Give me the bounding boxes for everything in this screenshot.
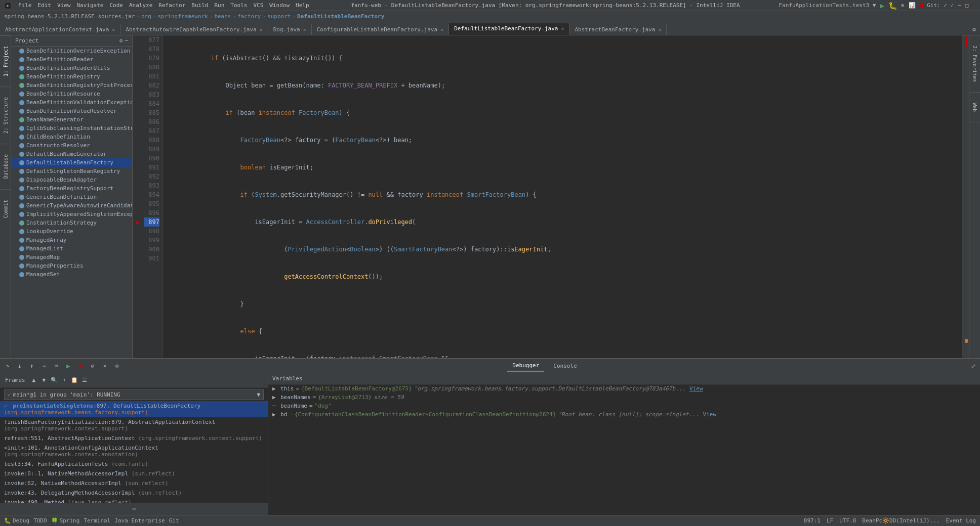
frame-item-1[interactable]: finishBeanFactoryInitialization:879, Abs…: [0, 417, 268, 433]
breadcrumb-support[interactable]: support: [267, 13, 291, 20]
frame-item-4[interactable]: test3:34, FanfuApplicationTests (com.fan…: [0, 459, 268, 469]
tree-item-bean-def-reader[interactable]: BeanDefinitionReader: [11, 55, 132, 64]
debug-settings[interactable]: ⚙: [111, 361, 123, 372]
frame-item-8[interactable]: invoke:498, Method (java.lang.reflect): [0, 498, 268, 503]
menu-edit[interactable]: Edit: [35, 1, 55, 10]
debug-step-over[interactable]: ↷: [2, 361, 13, 372]
debug-resume[interactable]: ▶: [63, 361, 74, 372]
menu-file[interactable]: File: [15, 1, 35, 10]
editor-scrollbar[interactable]: [962, 35, 969, 358]
spring-tab[interactable]: 🍀 Spring: [51, 517, 80, 524]
todo-tab[interactable]: TODO: [33, 517, 47, 524]
tree-item-constructor-resolver[interactable]: ConstructorResolver: [11, 141, 132, 150]
var-beannames[interactable]: ▶ beanNames = {ArrayList@2713} size = 59: [268, 393, 980, 402]
frame-item-6[interactable]: invoke:62, NativeMethodAccessorImpl (sun…: [0, 478, 268, 488]
favorites-tab[interactable]: 2: Favorites: [969, 35, 981, 93]
structure-tab[interactable]: 2: Structure: [0, 86, 11, 144]
java-enterprise-tab[interactable]: Java Enterprise: [114, 517, 165, 524]
web-tab[interactable]: Web: [969, 93, 981, 122]
frame-item-2[interactable]: refresh:551, AbstractApplicationContext …: [0, 433, 268, 443]
var-beanname[interactable]: ─ beanName = "dog": [268, 402, 980, 410]
tree-item-bean-def-registry-pp[interactable]: BeanDefinitionRegistryPostProcessor: [11, 81, 132, 90]
tab-abstract-autowire[interactable]: AbstractAutowireCapableBeanFactory.java …: [120, 24, 268, 35]
tree-item-default-listable[interactable]: DefaultListableBeanFactory: [11, 158, 132, 167]
debug-expand-icon[interactable]: ⤢: [971, 363, 976, 370]
menu-bar[interactable]: File Edit View Navigate Code Analyze Ref…: [15, 1, 312, 10]
menu-code[interactable]: Code: [106, 1, 126, 10]
tree-item-managed-array[interactable]: ManagedArray: [11, 236, 132, 244]
debug-eval[interactable]: ⌨: [51, 361, 62, 372]
tab-abstract-bean-factory[interactable]: AbstractBeanFactory.java ✕: [569, 24, 667, 35]
tab-dog[interactable]: Dog.java ✕: [268, 24, 312, 35]
tree-item-managed-list[interactable]: ManagedList: [11, 244, 132, 253]
frames-settings-btn[interactable]: ☰: [80, 376, 89, 385]
var-expand-beanname[interactable]: ─: [272, 403, 278, 409]
database-tab[interactable]: Database: [0, 144, 11, 189]
sidebar-minimize-icon[interactable]: ─: [125, 37, 128, 44]
terminal-tab[interactable]: Terminal: [84, 517, 110, 524]
git-indicator[interactable]: Git: ✓ ✓: [927, 2, 954, 9]
commit-tab[interactable]: Commit: [0, 189, 11, 228]
var-expand-bd[interactable]: ▶: [272, 411, 278, 418]
sidebar-gear-icon[interactable]: ⚙: [119, 37, 123, 44]
code-content[interactable]: if (isAbstract() && !isLazyInit()) { Obj…: [163, 35, 962, 358]
var-view-bd[interactable]: View: [703, 411, 717, 418]
debug-clear[interactable]: ✕: [99, 361, 110, 372]
breadcrumb-factory[interactable]: factory: [237, 13, 261, 20]
indent-info[interactable]: BeanPc🔆DD(IntelliJ)...: [862, 517, 940, 524]
git-status-tab[interactable]: Git: [169, 517, 179, 524]
tree-item-lookup[interactable]: LookupOverride: [11, 227, 132, 236]
var-expand-this[interactable]: ▶: [272, 385, 278, 392]
close-btn[interactable]: ✕: [972, 2, 976, 9]
var-expand-beannames[interactable]: ▶: [272, 394, 278, 401]
debug-mute-bp[interactable]: ⊘: [87, 361, 98, 372]
tree-item-bean-name-gen[interactable]: BeanNameGenerator: [11, 115, 132, 124]
code-editor[interactable]: ● 877878879880881882 883884885886887888 …: [133, 35, 969, 358]
debugger-tab[interactable]: Debugger: [507, 360, 544, 372]
menu-build[interactable]: Build: [188, 1, 211, 10]
debug-step-out[interactable]: ↑: [26, 361, 37, 372]
coverage-btn[interactable]: ⊕: [901, 2, 905, 9]
breadcrumb-org[interactable]: org: [141, 13, 151, 20]
menu-refactor[interactable]: Refactor: [155, 1, 188, 10]
menu-vcs[interactable]: VCS: [250, 1, 266, 10]
project-tab[interactable]: 1: Project: [0, 35, 11, 86]
menu-tools[interactable]: Tools: [227, 1, 250, 10]
minimize-btn[interactable]: ─: [958, 2, 961, 9]
debug-btn-title[interactable]: 🐛: [888, 2, 897, 10]
thread-selector[interactable]: ✓ main*@1 in group 'main': RUNNING ▼: [4, 389, 264, 400]
frames-down-btn[interactable]: ▼: [39, 376, 49, 385]
tree-item-bean-def-reader-utils[interactable]: BeanDefinitionReaderUtils: [11, 64, 132, 72]
frame-item-3[interactable]: <init>:101, AnnotationConfigApplicationC…: [0, 443, 268, 459]
maximize-btn[interactable]: □: [965, 2, 969, 9]
breadcrumb-springframework[interactable]: springframework: [157, 13, 208, 20]
frames-scroll-area[interactable]: ∞: [0, 503, 268, 515]
tree-item-disposable-bean[interactable]: DisposableBeanAdapter: [11, 176, 132, 184]
frame-item-5[interactable]: invoke:0:-1, NativeMethodAccessorImpl (s…: [0, 469, 268, 478]
run-btn[interactable]: ▶: [880, 2, 884, 10]
encoding[interactable]: UTF-8: [839, 517, 856, 524]
tree-item-managed-props[interactable]: ManagedProperties: [11, 261, 132, 270]
var-this[interactable]: ▶ this = {DefaultListableBeanFactory@267…: [268, 384, 980, 393]
breadcrumb-beans[interactable]: beans: [214, 13, 231, 20]
tab-configurable-listable[interactable]: ConfigurableListableBeanFactory.java ✕: [312, 24, 449, 35]
tree-item-bean-def-validation[interactable]: BeanDefinitionValidationException: [11, 98, 132, 107]
tree-item-generic-type-aware[interactable]: GenericTypeAwareAutowireCandidateResolve…: [11, 201, 132, 210]
tree-item-default-singleton[interactable]: DefaultSingletonBeanRegistry: [11, 167, 132, 176]
var-view-this[interactable]: View: [689, 385, 703, 392]
breadcrumb-class[interactable]: DefaultListableBeanFactory: [297, 13, 384, 20]
tree-item-bean-def-resource[interactable]: BeanDefinitionResource: [11, 90, 132, 98]
tree-item-generic-bean-def[interactable]: GenericBeanDefinition: [11, 193, 132, 201]
profile-btn[interactable]: 📊: [909, 2, 916, 9]
tree-item-factory-bean-registry[interactable]: FactoryBeanRegistrySupport: [11, 184, 132, 193]
tree-item-child-bean-def[interactable]: ChildBeanDefinition: [11, 133, 132, 141]
menu-run[interactable]: Run: [211, 1, 227, 10]
tree-item-bean-def-override[interactable]: BeanDefinitionOverrideException: [11, 47, 132, 55]
frame-item-7[interactable]: invoke:43, DelegatingMethodAccessorImpl …: [0, 488, 268, 498]
frames-up-btn[interactable]: ▲: [29, 376, 38, 385]
stop-btn[interactable]: ■: [920, 2, 923, 9]
menu-navigate[interactable]: Navigate: [74, 1, 107, 10]
tab-abstract-app-context[interactable]: AbstractApplicationContext.java ✕: [0, 24, 120, 35]
breadcrumb-jar[interactable]: spring-beans-5.2.13.RELEASE-sources.jar: [4, 13, 135, 20]
cursor-position[interactable]: 897:1: [804, 517, 821, 524]
